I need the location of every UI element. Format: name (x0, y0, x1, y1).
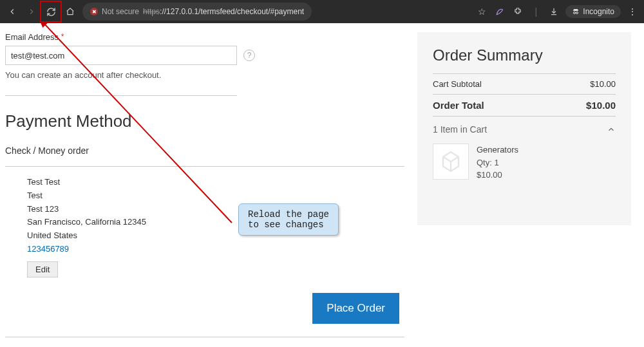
billing-address: Test Test Test Test 123 San Francisco, C… (5, 176, 404, 277)
address-phone: 123456789 (27, 243, 404, 256)
security-label: Not secure (102, 7, 139, 16)
home-button[interactable] (63, 5, 77, 19)
total-row: Order Total $10.00 (433, 94, 616, 116)
address-street: Test 123 (27, 203, 404, 216)
help-icon[interactable]: ? (243, 50, 255, 61)
back-button[interactable] (5, 5, 19, 19)
item-price: $10.00 (477, 169, 518, 182)
address-city: San Francisco, California 12345 (27, 216, 404, 229)
account-note: You can create an account after checkout… (5, 70, 404, 80)
svg-point-0 (574, 12, 576, 14)
cart-item: Generators Qty: 1 $10.00 (433, 144, 616, 182)
browser-toolbar: ✖ Not secure https://127.0.0.1/termsfeed… (0, 0, 644, 23)
menu-icon[interactable]: ⋮ (626, 6, 639, 17)
product-thumbnail (433, 144, 469, 180)
payment-method-label: Check / Money order (5, 145, 404, 156)
address-bar[interactable]: ✖ Not secure https://127.0.0.1/termsfeed… (82, 3, 312, 21)
place-order-button[interactable]: Place Order (312, 293, 399, 324)
summary-title: Order Summary (433, 46, 616, 64)
email-input[interactable] (5, 46, 237, 65)
svg-point-1 (576, 12, 578, 14)
address-company: Test (27, 189, 404, 203)
edit-address-button[interactable]: Edit (27, 261, 58, 277)
incognito-badge[interactable]: Incognito (565, 5, 621, 18)
feather-icon[interactable] (493, 7, 506, 16)
email-label: Email Address * (5, 32, 404, 42)
chevron-up-icon (607, 125, 616, 134)
address-name: Test Test (27, 176, 404, 189)
order-summary-panel: Order Summary Cart Subtotal $10.00 Order… (417, 32, 631, 225)
item-name: Generators (477, 144, 518, 156)
url-text: https://127.0.0.1/termsfeed/checkout/#pa… (143, 7, 304, 16)
divider (5, 95, 237, 96)
annotation-tooltip: Reload the page to see changes (238, 203, 339, 236)
divider (5, 337, 404, 337)
extensions-icon[interactable] (511, 7, 524, 16)
danger-icon: ✖ (90, 8, 98, 15)
separator: | (529, 6, 542, 17)
cart-items-toggle[interactable]: 1 Item in Cart (433, 116, 616, 140)
address-country: United States (27, 229, 404, 243)
download-icon[interactable] (547, 7, 560, 16)
reload-button[interactable] (44, 5, 58, 19)
subtotal-row: Cart Subtotal $10.00 (433, 73, 616, 94)
star-icon[interactable]: ☆ (475, 6, 488, 17)
forward-button[interactable] (24, 5, 39, 19)
divider (5, 166, 404, 167)
item-qty: Qty: 1 (477, 156, 518, 169)
payment-heading: Payment Method (5, 111, 404, 131)
